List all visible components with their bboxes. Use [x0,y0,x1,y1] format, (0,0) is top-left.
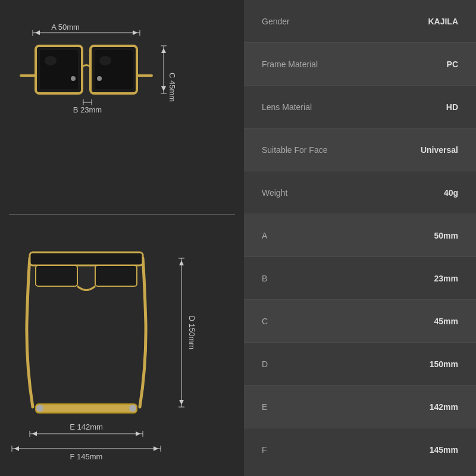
svg-rect-35 [36,404,137,413]
svg-text:E  142mm: E 142mm [70,422,103,431]
spec-value: 50mm [434,231,458,240]
spec-row-f: F145mm [244,428,476,471]
svg-marker-47 [14,446,19,451]
spec-row-lens-material: Lens MaterialHD [244,86,476,129]
spec-label: D [262,359,268,369]
spec-label: Lens Material [262,102,312,112]
bottom-glasses-svg: D 150mm E 142mm [3,234,241,461]
spec-label: Frame Material [262,60,318,69]
svg-rect-32 [30,252,143,265]
spec-label: E [262,402,267,412]
svg-point-10 [45,56,57,65]
svg-point-37 [129,405,136,412]
spec-row-d: D150mm [244,343,476,386]
spec-row-e: E142mm [244,386,476,428]
spec-row-b: B23mm [244,257,476,300]
svg-marker-23 [161,48,166,53]
svg-marker-42 [136,431,140,436]
spec-value: 40g [444,188,458,198]
spec-label: Weight [262,188,287,198]
spec-row-frame-material: Frame MaterialPC [244,43,476,86]
svg-text:B  23mm: B 23mm [73,105,102,114]
svg-point-14 [71,76,76,81]
svg-rect-34 [95,265,137,286]
svg-marker-24 [161,86,166,91]
svg-rect-33 [36,265,77,286]
spec-value: HD [446,102,458,112]
svg-text:F  145mm: F 145mm [70,452,103,461]
svg-marker-41 [32,431,37,436]
left-panel: A 50mm [0,0,244,476]
svg-rect-9 [40,50,78,89]
top-glasses-svg: A 50mm [3,10,241,201]
spec-value: Universal [421,145,458,155]
spec-value: 23mm [434,274,458,283]
spec-value: KAJILA [428,17,458,26]
spec-row-weight: Weight40g [244,171,476,214]
svg-rect-12 [95,50,133,89]
svg-point-15 [97,76,102,81]
svg-marker-29 [179,261,184,265]
svg-marker-30 [179,400,184,405]
spec-label: Suitable For Face [262,145,328,155]
svg-text:C  45mm: C 45mm [168,73,177,102]
svg-text:D  150mm: D 150mm [187,315,196,349]
svg-text:A  50mm: A 50mm [51,23,80,32]
svg-point-36 [36,405,43,412]
spec-label: B [262,274,267,283]
svg-point-13 [99,56,111,65]
spec-row-a: A50mm [244,214,476,257]
svg-marker-48 [154,446,158,451]
spec-row-gender: GenderKAJILA [244,0,476,43]
right-panel: GenderKAJILAFrame MaterialPCLens Materia… [244,0,476,476]
bottom-glasses-section: D 150mm E 142mm [0,223,244,472]
spec-row-c: C45mm [244,300,476,343]
top-glasses-section: A 50mm [0,4,244,206]
svg-marker-4 [133,30,137,35]
spec-label: Gender [262,17,290,26]
spec-value: PC [447,60,458,69]
spec-value: 150mm [430,359,458,369]
spec-value: 142mm [430,402,458,412]
spec-value: 45mm [434,317,458,326]
spec-label: A [262,231,267,240]
spec-label: F [262,445,267,455]
spec-row-suitable-for-face: Suitable For FaceUniversal [244,129,476,171]
spec-label: C [262,317,268,326]
svg-marker-3 [35,30,40,35]
spec-value: 145mm [430,445,458,455]
